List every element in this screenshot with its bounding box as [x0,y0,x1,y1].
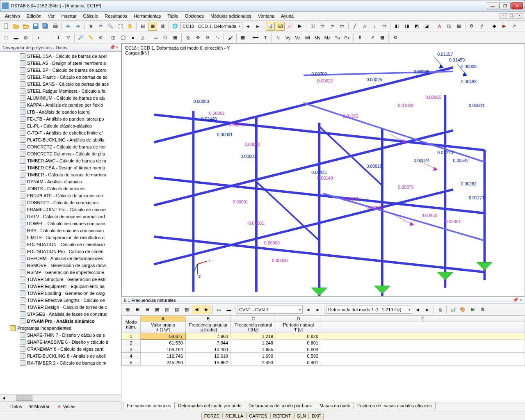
tbl-mode-next-icon[interactable]: ► [423,305,432,314]
tree-item[interactable]: STEEL SANS - Cálculo de barras de ace [0,80,121,87]
minimize-button[interactable]: — [487,2,498,9]
tree-item[interactable]: FRAME-JOINT Pro - Cálculo de unione [0,206,121,213]
menu-herramientas[interactable]: Herramientas [130,13,164,19]
results-anim-icon[interactable]: ▶ [295,22,304,31]
tree-item[interactable]: TOWER Design - Cálculo de torres de c [0,304,121,310]
tab-datos[interactable]: 📄 Datos [2,403,24,410]
menu-resultados[interactable]: Resultados [101,13,130,19]
tbl-icon-5[interactable]: ▥ [162,305,171,314]
rotate-icon[interactable]: ⟳ [203,33,212,42]
menu-edicion[interactable]: Edición [23,13,45,19]
result-vy-icon[interactable]: Vy [283,33,292,42]
tab-factores[interactable]: Factores de masas modales eficaces [354,402,436,409]
module4-icon[interactable]: ◪ [422,22,431,31]
tree-item[interactable]: STEEL Fatigue Members - Cálculo a fa [0,87,121,94]
menu-insertar[interactable]: Insertar [58,13,80,19]
tbl-mode-prev-icon[interactable]: ◄ [413,305,422,314]
cut-icon[interactable]: ✂ [96,22,105,31]
status-rejilla[interactable]: REJILLA [223,413,246,419]
open-icon[interactable] [11,22,21,31]
menu-archivo[interactable]: Archivo [2,13,23,19]
render-icon[interactable]: ◍ [21,33,30,42]
paint-icon[interactable]: 🖌 [226,33,235,42]
mirror-icon[interactable]: ⇋ [213,33,222,42]
menu-calculo[interactable]: Cálculo [80,13,102,19]
list3-icon[interactable]: ▥ [158,22,167,31]
menu-ayuda[interactable]: Ayuda [278,13,297,19]
tree-hscroll[interactable]: ◄ [0,394,121,401]
copy-icon[interactable]: ⎘ [183,33,192,42]
tree-item[interactable]: CRANEWAY 8 - Cálculo de vigas carril [0,345,121,352]
view-yz-icon[interactable]: ▭ [338,22,347,31]
list1-icon[interactable]: ▤ [138,22,147,31]
new-file-icon[interactable] [2,22,11,31]
show-nodes-icon[interactable]: • [34,33,43,42]
tab-vistas[interactable]: 🔺 Vistas [55,403,77,410]
table-row[interactable]: 261.5307.8441.2480.801 [122,340,525,346]
tbl-case-prev-icon[interactable]: ◄ [304,305,313,314]
tbl-icon-6[interactable]: ▧ [172,305,181,314]
tree-item[interactable]: TOWER Equipment - Equipamiento pa [0,283,121,290]
result-pa-icon[interactable]: Pa [333,33,342,42]
result-px-icon[interactable]: Px [342,33,352,42]
module-conc-icon[interactable]: ◫ [445,22,454,31]
table-row[interactable]: 4112.74610.6181.6900.592 [122,353,525,359]
tree-item[interactable]: ALUMINIUM - Cálculo de barras de alu [0,94,121,101]
menu-tabla[interactable]: Tabla [164,13,181,19]
tree-item[interactable]: SHAPE-MASSIVE 6 - Diseño y cálculo d [0,338,121,345]
sph-icon[interactable]: ● [128,33,137,42]
tree-item[interactable]: DSTV - Cálculo de uniones normalizad [0,213,121,220]
result-n-icon[interactable]: N [274,33,283,42]
navigator-close-icon[interactable]: × [116,45,119,50]
text-icon[interactable]: T [261,33,270,42]
extra1-icon[interactable]: ◆ [490,22,499,31]
extra2-icon[interactable]: ▶ [500,22,509,31]
tree-item[interactable]: HSS - Cálculo de uniones con seccion [0,227,121,234]
view-iso-icon[interactable]: ◫ [308,22,317,31]
tbl-icon-1[interactable]: ▤ [123,305,132,314]
status-cartes[interactable]: CARTES [246,413,270,419]
tbl-chart-icon[interactable]: 📊 [448,305,457,314]
tab-deformadas-nudo[interactable]: Deformadas del modo por nudo [174,402,245,409]
tbl-icon-4[interactable]: ▦ [153,305,162,314]
list2-icon[interactable]: ▦ [148,22,157,31]
tbl-sort-icon[interactable]: ▬ [224,305,233,314]
tree-item[interactable]: CONCRETE Columns - Cálculo de pila [0,150,121,157]
table-row[interactable]: 158.6777.6601.2190.820 [122,333,525,340]
tree-item[interactable]: RSMOVE - Generación de cargas móvi [0,262,121,269]
tree-item[interactable]: CONCRETE - Cálculo de barras de hor [0,143,121,150]
tbl-icon-3[interactable]: ⊟ [143,305,152,314]
tbl-case-next-icon[interactable]: ► [313,305,322,314]
close-button[interactable]: ✕ [511,2,523,9]
member-icon[interactable]: ╱ [350,22,359,31]
view-xy-icon[interactable]: ▭ [318,22,327,31]
view-xz-icon[interactable]: ▱ [328,22,337,31]
table-row[interactable]: 5245.29015.6622.4930.401 [122,359,525,366]
sel-all-icon[interactable]: ▦ [171,33,180,42]
undo-icon[interactable] [64,22,73,31]
navigator-pin-icon[interactable]: 📌 [110,45,115,50]
sel-poly-icon[interactable]: ⬠ [161,33,170,42]
tree-item[interactable]: EL-PL - Cálculo elástico-plástico [0,122,121,129]
tree-item[interactable]: PLATE-BUCKLING 8 - Análisis de aboll [0,352,121,359]
tree-item[interactable]: TOWER Loading - Generación de carg [0,290,121,297]
tbl-prev-icon[interactable]: ◀ [192,305,201,314]
save-icon[interactable] [31,22,40,31]
project-tree[interactable]: STEEL CSA - Cálculo de barras de acerSTE… [0,52,121,394]
tbl-export1-icon[interactable]: ⎘ [436,305,445,314]
grid-icon[interactable]: ▦ [238,33,247,42]
load-icon[interactable]: ↓ [370,22,379,31]
wire-icon[interactable]: ⬚ [2,33,11,42]
redo-icon[interactable] [73,22,82,31]
tree-item[interactable]: FOUNDATION - Cálculo de cimentacio [0,241,121,248]
tab-masas[interactable]: Masas en nudo [316,402,354,409]
result-my-icon[interactable]: My [313,33,322,42]
tree-item[interactable]: STEEL SP - Cálculo de barras de acero [0,66,121,73]
mdi-minimize-button[interactable]: – [500,13,507,19]
tree-item[interactable]: SHAPE-THIN 7 - Diseño y cálculo de s [0,331,121,338]
globe-icon[interactable]: 🌐 [171,22,180,31]
move-icon[interactable]: ✥ [193,33,202,42]
tree-item[interactable]: PLATE-BUCKLING - Análisis de abolla [0,136,121,143]
save-all-icon[interactable] [41,22,50,31]
tree-item[interactable]: RX-TIMBER 2 - Cálculo de barras de m [0,359,121,366]
